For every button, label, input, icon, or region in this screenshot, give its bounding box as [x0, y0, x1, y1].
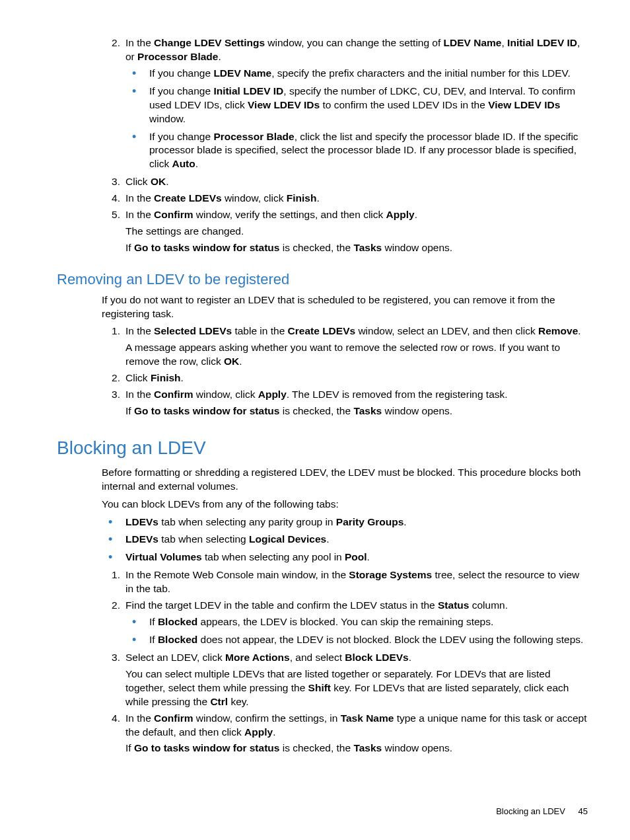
step-4: 4. In the Create LDEVs window, click Fin… — [102, 192, 588, 206]
step-number: 5. — [102, 208, 120, 222]
step-number: 3. — [102, 651, 120, 665]
page-number: 45 — [578, 806, 588, 816]
section-intro: You can block LDEVs from any of the foll… — [102, 498, 588, 512]
step-note: If Go to tasks window for status is chec… — [125, 742, 588, 755]
step-1: 1. In the Remote Web Console main window… — [102, 568, 588, 596]
heading-removing-ldev: Removing an LDEV to be registered — [57, 270, 588, 289]
procedure-remove-ldev: 1. In the Selected LDEVs table in the Cr… — [102, 325, 588, 418]
substep: If you change Initial LDEV ID, specify t… — [125, 85, 588, 126]
section-intro: If you do not want to register an LDEV t… — [102, 293, 588, 321]
step-text: In the Change LDEV Settings window, you … — [125, 37, 580, 62]
step-number: 3. — [102, 175, 120, 189]
substep: If you change Processor Blade, click the… — [125, 130, 588, 172]
substep: If Blocked appears, the LDEV is blocked.… — [125, 615, 588, 629]
step-result: The settings are changed. — [125, 225, 588, 239]
page-content: 2. In the Change LDEV Settings window, y… — [57, 36, 588, 755]
step-number: 2. — [102, 599, 120, 613]
section-intro: Before formatting or shredding a registe… — [102, 466, 588, 494]
step-number: 1. — [102, 325, 120, 338]
step-3: 3. In the Confirm window, click Apply. T… — [102, 388, 588, 418]
step-5: 5. In the Confirm window, verify the set… — [102, 208, 588, 255]
step-number: 4. — [102, 712, 120, 726]
step-3: 3. Click OK. — [102, 175, 588, 189]
tab-option: LDEVs tab when selecting Logical Devices… — [102, 533, 588, 547]
step-note: If Go to tasks window for status is chec… — [125, 404, 588, 418]
step-number: 2. — [102, 36, 120, 50]
step-number: 1. — [102, 568, 120, 582]
step-note: A message appears asking whether you wan… — [125, 341, 588, 369]
step-1: 1. In the Selected LDEVs table in the Cr… — [102, 325, 588, 369]
step-number: 3. — [102, 388, 120, 402]
substeps: If Blocked appears, the LDEV is blocked.… — [125, 615, 588, 647]
tab-option: LDEVs tab when selecting any parity grou… — [102, 515, 588, 529]
tab-list: LDEVs tab when selecting any parity grou… — [102, 515, 588, 565]
step-2: 2. Click Finish. — [102, 371, 588, 385]
step-3: 3. Select an LDEV, click More Actions, a… — [102, 651, 588, 709]
heading-blocking-ldev: Blocking an LDEV — [57, 436, 588, 461]
step-2: 2. Find the target LDEV in the table and… — [102, 599, 588, 647]
substeps: If you change LDEV Name, specify the pre… — [125, 67, 588, 171]
step-number: 4. — [102, 192, 120, 206]
step-note: You can select multiple LDEVs that are l… — [125, 668, 588, 709]
substep: If Blocked does not appear, the LDEV is … — [125, 633, 588, 647]
step-note: If Go to tasks window for status is chec… — [125, 241, 588, 255]
substep: If you change LDEV Name, specify the pre… — [125, 67, 588, 81]
procedure-block-ldev: 1. In the Remote Web Console main window… — [102, 568, 588, 755]
step-number: 2. — [102, 371, 120, 385]
footer-title: Blocking an LDEV — [496, 806, 565, 816]
document-page: 2. In the Change LDEV Settings window, y… — [0, 0, 630, 840]
step-4: 4. In the Confirm window, confirm the se… — [102, 712, 588, 756]
procedure-change-ldev: 2. In the Change LDEV Settings window, y… — [102, 36, 588, 255]
tab-option: Virtual Volumes tab when selecting any p… — [102, 551, 588, 564]
step-2: 2. In the Change LDEV Settings window, y… — [102, 36, 588, 171]
page-footer: Blocking an LDEV 45 — [496, 806, 588, 818]
